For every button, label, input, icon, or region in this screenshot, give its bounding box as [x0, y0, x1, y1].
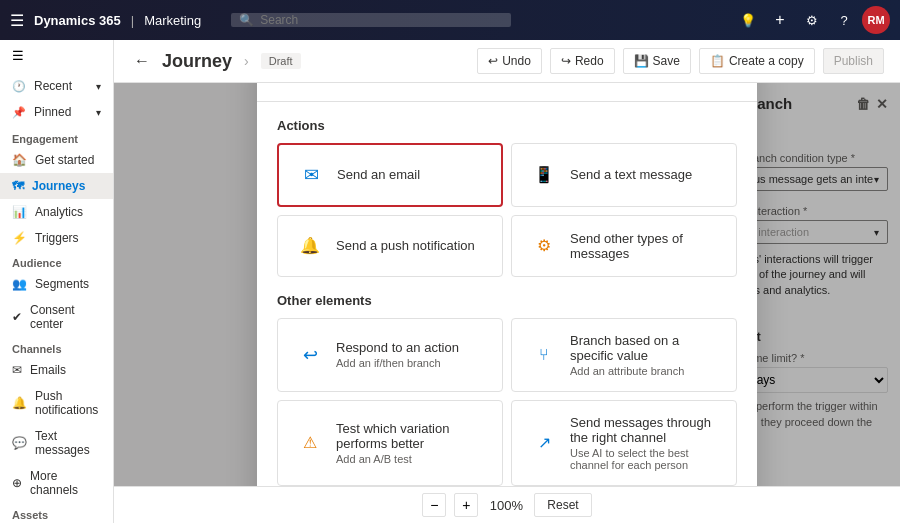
redo-button[interactable]: ↪ Redo — [550, 48, 615, 74]
consent-icon: ✔ — [12, 310, 22, 324]
page-title: Journey — [162, 51, 232, 72]
add-icon[interactable]: + — [766, 6, 794, 34]
sidebar-item-get-started[interactable]: 🏠 Get started — [0, 147, 113, 173]
push-action-label: Send a push notification — [336, 238, 475, 253]
channel-label: Send messages through the right channel — [570, 415, 720, 445]
engagement-section-label: Engagement — [0, 127, 113, 147]
element-card-channel[interactable]: ↗ Send messages through the right channe… — [511, 400, 737, 486]
sidebar-item-analytics[interactable]: 📊 Analytics — [0, 199, 113, 225]
branch-label: Branch based on a specific value — [570, 333, 720, 363]
reset-button[interactable]: Reset — [534, 493, 591, 517]
module-name: Marketing — [144, 13, 201, 28]
sidebar-item-pinned[interactable]: 📌 Pinned ▾ — [0, 99, 113, 125]
title-separator: › — [244, 53, 249, 69]
search-input[interactable] — [260, 13, 503, 27]
abtest-label: Test which variation performs better — [336, 421, 486, 451]
sidebar-item-emails[interactable]: ✉ Emails — [0, 357, 113, 383]
search-icon: 🔍 — [239, 13, 254, 27]
save-icon: 💾 — [634, 54, 649, 68]
push-icon: 🔔 — [12, 396, 27, 410]
element-card-branch[interactable]: ⑂ Branch based on a specific value Add a… — [511, 318, 737, 392]
undo-icon: ↩ — [488, 54, 498, 68]
app-name: Dynamics 365 — [34, 13, 121, 28]
sidebar-item-triggers[interactable]: ⚡ Triggers — [0, 225, 113, 251]
sidebar-item-more-channels[interactable]: ⊕ More channels — [0, 463, 113, 503]
actions-section-label: Actions — [277, 118, 737, 133]
bottom-toolbar: − + 100% Reset — [114, 486, 900, 523]
zoom-out-button[interactable]: − — [422, 493, 446, 517]
email-icon: ✉ — [12, 363, 22, 377]
journeys-icon: 🗺 — [12, 179, 24, 193]
modal-close-button[interactable]: × — [709, 83, 737, 89]
action-card-send-push[interactable]: 🔔 Send a push notification — [277, 215, 503, 277]
copy-icon: 📋 — [710, 54, 725, 68]
branch-sublabel: Add an attribute branch — [570, 365, 720, 377]
email-action-label: Send an email — [337, 167, 420, 182]
channel-icon: ↗ — [528, 427, 560, 459]
respond-icon: ↩ — [294, 339, 326, 371]
hamburger-icon[interactable]: ☰ — [0, 40, 113, 71]
sidebar-item-recent[interactable]: 🕐 Recent ▾ — [0, 73, 113, 99]
sidebar-item-consent[interactable]: ✔ Consent center — [0, 297, 113, 337]
modal-overlay: Add an action or other element × Actions… — [114, 83, 900, 486]
other-action-label: Send other types of messages — [570, 231, 720, 261]
other-action-icon: ⚙ — [528, 230, 560, 262]
push-action-icon: 🔔 — [294, 230, 326, 262]
help-icon[interactable]: ? — [830, 6, 858, 34]
channel-sublabel: Use AI to select the best channel for ea… — [570, 447, 720, 471]
module-divider: | — [131, 13, 134, 28]
text-icon: 💬 — [12, 436, 27, 450]
lightbulb-icon[interactable]: 💡 — [734, 6, 762, 34]
modal-header: Add an action or other element × — [257, 83, 757, 102]
sms-action-icon: 📱 — [528, 159, 560, 191]
action-card-send-other[interactable]: ⚙ Send other types of messages — [511, 215, 737, 277]
audience-section-label: Audience — [0, 251, 113, 271]
modal-body: Actions ✉ Send an email 📱 — [257, 102, 757, 487]
publish-button[interactable]: Publish — [823, 48, 884, 74]
respond-label: Respond to an action — [336, 340, 459, 355]
other-elements-label: Other elements — [277, 293, 737, 308]
action-card-send-sms[interactable]: 📱 Send a text message — [511, 143, 737, 207]
zoom-level: 100% — [486, 498, 526, 513]
sidebar: ☰ 🕐 Recent ▾ 📌 Pinned ▾ Engagement 🏠 Get… — [0, 40, 114, 523]
toolbar: ← Journey › Draft ↩ Undo ↪ Redo 💾 Save 📋… — [114, 40, 900, 83]
top-navigation: ☰ Dynamics 365 | Marketing 🔍 💡 + ⚙ ? RM — [0, 0, 900, 40]
element-card-abtest[interactable]: ⚠ Test which variation performs better A… — [277, 400, 503, 486]
action-card-send-email[interactable]: ✉ Send an email — [277, 143, 503, 207]
element-card-respond[interactable]: ↩ Respond to an action Add an if/then br… — [277, 318, 503, 392]
respond-sublabel: Add an if/then branch — [336, 357, 459, 369]
modal-dialog: Add an action or other element × Actions… — [257, 83, 757, 486]
channels-section-label: Channels — [0, 337, 113, 357]
home-icon: 🏠 — [12, 153, 27, 167]
branch-icon: ⑂ — [528, 339, 560, 371]
analytics-icon: 📊 — [12, 205, 27, 219]
abtest-sublabel: Add an A/B test — [336, 453, 486, 465]
redo-icon: ↪ — [561, 54, 571, 68]
sms-action-label: Send a text message — [570, 167, 692, 182]
abtest-icon: ⚠ — [294, 427, 326, 459]
status-badge: Draft — [261, 53, 301, 69]
more-channels-icon: ⊕ — [12, 476, 22, 490]
recent-icon: 🕐 — [12, 80, 26, 93]
avatar[interactable]: RM — [862, 6, 890, 34]
actions-grid: ✉ Send an email 📱 Send a text message — [277, 143, 737, 277]
modal-title: Add an action or other element — [277, 83, 513, 84]
sidebar-item-push[interactable]: 🔔 Push notifications — [0, 383, 113, 423]
back-button[interactable]: ← — [130, 48, 154, 74]
sidebar-item-journeys[interactable]: 🗺 Journeys — [0, 173, 113, 199]
pin-icon: 📌 — [12, 106, 26, 119]
segments-icon: 👥 — [12, 277, 27, 291]
undo-button[interactable]: ↩ Undo — [477, 48, 542, 74]
settings-icon[interactable]: ⚙ — [798, 6, 826, 34]
email-action-icon: ✉ — [295, 159, 327, 191]
sidebar-item-text[interactable]: 💬 Text messages — [0, 423, 113, 463]
assets-section-label: Assets — [0, 503, 113, 523]
other-elements-grid: ↩ Respond to an action Add an if/then br… — [277, 318, 737, 487]
sidebar-item-segments[interactable]: 👥 Segments — [0, 271, 113, 297]
save-button[interactable]: 💾 Save — [623, 48, 691, 74]
zoom-in-button[interactable]: + — [454, 493, 478, 517]
hamburger-menu-icon[interactable]: ☰ — [10, 11, 24, 30]
trigger-icon: ⚡ — [12, 231, 27, 245]
copy-button[interactable]: 📋 Create a copy — [699, 48, 815, 74]
